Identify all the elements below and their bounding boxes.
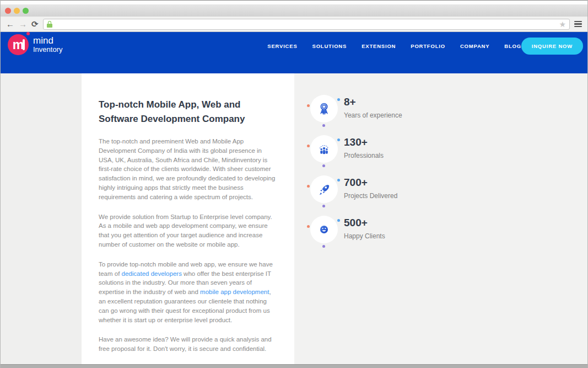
logo-mark-icon: m <box>8 34 29 55</box>
nav-item-portfolio[interactable]: PORTFOLIO <box>411 43 445 49</box>
back-icon[interactable]: ← <box>6 20 14 28</box>
intro-card: Top-notch Mobile App, Web and Software D… <box>82 73 294 364</box>
intro-paragraph-4: Have an awesome idea? We will provide a … <box>99 335 277 354</box>
intro-paragraph-1: The top-notch and preeminent Web and Mob… <box>99 137 277 202</box>
left-gutter <box>1 73 82 364</box>
window-bottom-edge <box>1 364 587 368</box>
intro-paragraph-2: We provide solution from Startup to Ente… <box>99 212 277 249</box>
nav-item-extension[interactable]: EXTENSION <box>362 43 396 49</box>
team-icon <box>310 135 338 163</box>
stat-value: 130+ <box>344 136 384 148</box>
stat-projects-delivered: 700+ Projects Delivered <box>310 175 402 203</box>
stat-happy-clients: 500+ Happy Clients <box>310 216 402 243</box>
refresh-icon[interactable]: ⟳ <box>31 20 39 28</box>
stat-value: 500+ <box>344 217 385 229</box>
mindinventory-logo[interactable]: m mind Inventory <box>8 34 62 55</box>
inquire-now-button[interactable]: INQUIRE NOW <box>521 38 583 55</box>
logo-text: mind Inventory <box>33 36 62 53</box>
site-header: m mind Inventory SERVICES SOLUTIONS EXTE… <box>1 32 587 73</box>
nav-item-solutions[interactable]: SOLUTIONS <box>312 43 347 49</box>
dedicated-developers-link[interactable]: dedicated developers <box>122 270 182 277</box>
https-lock-icon <box>47 21 52 28</box>
browser-window: ← → ⟳ ★ m mind Inventory SERVICES <box>0 0 588 368</box>
nav-item-blog[interactable]: BLOG <box>504 43 521 49</box>
mobile-app-development-link[interactable]: mobile app development <box>200 289 269 295</box>
browser-menu-icon[interactable] <box>574 21 582 28</box>
zoom-window-button[interactable] <box>23 8 29 14</box>
page-content: Top-notch Mobile App, Web and Software D… <box>1 73 587 364</box>
stat-label: Happy Clients <box>344 232 385 240</box>
stat-label: Projects Delivered <box>344 192 397 200</box>
page-title: Top-notch Mobile App, Web and Software D… <box>99 98 277 126</box>
stat-label: Years of experience <box>344 111 402 119</box>
close-window-button[interactable] <box>5 8 11 14</box>
stats-list: 8+ Years of experience <box>310 95 402 243</box>
nav-item-company[interactable]: COMPANY <box>460 43 489 49</box>
nav-item-services[interactable]: SERVICES <box>267 43 297 49</box>
minimize-window-button[interactable] <box>14 8 20 14</box>
smiley-icon <box>310 216 338 243</box>
bookmark-star-icon[interactable]: ★ <box>559 20 566 29</box>
window-top-strip <box>1 0 587 4</box>
browser-toolbar: ← → ⟳ ★ <box>1 17 587 32</box>
forward-icon[interactable]: → <box>19 20 27 28</box>
stat-value: 700+ <box>344 177 397 189</box>
main-nav: SERVICES SOLUTIONS EXTENSION PORTFOLIO C… <box>267 43 521 49</box>
titlebar[interactable] <box>1 4 587 17</box>
url-bar[interactable]: ★ <box>43 19 570 30</box>
medal-icon <box>310 95 338 122</box>
stat-professionals: 130+ Professionals <box>310 135 402 163</box>
intro-paragraph-3: To provide top-notch mobile and web app,… <box>99 260 277 325</box>
stat-years-of-experience: 8+ Years of experience <box>310 95 402 122</box>
stat-value: 8+ <box>344 96 402 108</box>
stat-label: Professionals <box>344 152 384 159</box>
rocket-icon <box>310 175 338 203</box>
